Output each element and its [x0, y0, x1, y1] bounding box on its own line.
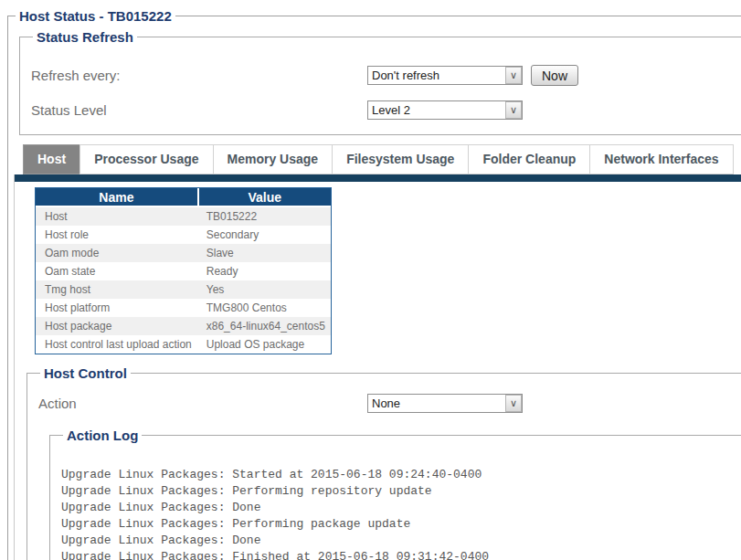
chevron-down-icon: ∨	[505, 101, 522, 119]
action-row: Action None ∨	[38, 394, 741, 413]
action-value: None	[368, 396, 400, 410]
row-value: Upload OS package	[197, 335, 331, 354]
chevron-down-icon: ∨	[505, 395, 522, 412]
table-row: Host role Secondary	[36, 226, 331, 244]
value-column-header: Value	[197, 188, 331, 207]
status-level-select[interactable]: Level 2 ∨	[367, 100, 523, 120]
log-line: Upgrade Linux Packages: Performing packa…	[61, 516, 741, 533]
tab-network-interfaces[interactable]: Network Interfaces	[589, 144, 733, 174]
row-value: Ready	[197, 262, 331, 280]
action-select[interactable]: None ∨	[367, 394, 523, 413]
action-log-legend: Action Log	[63, 428, 142, 443]
tab-memory-usage[interactable]: Memory Usage	[213, 144, 333, 174]
table-row: Host TB015222	[36, 207, 331, 226]
table-header-row: Name Value	[36, 188, 331, 207]
chevron-down-icon: ∨	[505, 67, 522, 84]
refresh-every-label: Refresh every:	[31, 68, 367, 83]
host-info-table: Name Value Host TB015222 Host role Secon…	[35, 187, 332, 354]
row-name: Host package	[36, 317, 197, 335]
action-log-output: Upgrade Linux Packages: Started at 2015-…	[61, 467, 741, 560]
table-row: Host control last upload action Upload O…	[36, 335, 331, 354]
row-value: Yes	[197, 280, 331, 299]
row-name: Host platform	[36, 299, 197, 317]
table-row: Host package x86_64-linux64_centos5	[36, 317, 331, 335]
refresh-interval-select[interactable]: Don't refresh ∨	[367, 66, 523, 85]
now-button[interactable]: Now	[531, 65, 578, 86]
tab-strip: Host Processor Usage Memory Usage Filesy…	[23, 144, 741, 174]
refresh-every-row: Refresh every: Don't refresh ∨ Now	[31, 65, 741, 86]
row-value: Slave	[197, 244, 331, 262]
tab-underline-bar	[15, 174, 741, 182]
log-line: Upgrade Linux Packages: Done	[61, 500, 741, 516]
tab-processor-usage[interactable]: Processor Usage	[79, 144, 213, 174]
row-name: Host role	[36, 226, 197, 244]
tab-filesystem-usage[interactable]: Filesystem Usage	[332, 144, 469, 174]
row-name: Host	[36, 207, 197, 226]
tab-host[interactable]: Host	[23, 144, 80, 174]
row-value: Secondary	[197, 226, 331, 244]
action-label: Action	[38, 396, 367, 411]
action-log-fieldset: Action Log Upgrade Linux Packages: Start…	[49, 428, 741, 560]
refresh-interval-value: Don't refresh	[368, 69, 439, 82]
status-level-row: Status Level Level 2 ∨	[31, 100, 741, 120]
row-value: TB015222	[197, 207, 331, 226]
log-line: Upgrade Linux Packages: Performing repos…	[61, 483, 741, 500]
status-level-label: Status Level	[31, 102, 367, 118]
status-refresh-fieldset: Status Refresh Refresh every: Don't refr…	[19, 29, 741, 135]
host-tab-panel: Name Value Host TB015222 Host role Secon…	[14, 174, 741, 560]
tab-folder-cleanup[interactable]: Folder Cleanup	[468, 144, 590, 174]
row-name: Host control last upload action	[36, 335, 197, 354]
status-level-value: Level 2	[368, 103, 410, 117]
host-control-legend: Host Control	[40, 365, 131, 381]
row-value: TMG800 Centos	[197, 299, 331, 317]
table-row: Tmg host Yes	[36, 280, 331, 299]
name-column-header: Name	[36, 188, 197, 207]
host-status-fieldset: Host Status - TB015222 Status Refresh Re…	[7, 8, 741, 560]
row-value: x86_64-linux64_centos5	[197, 317, 331, 335]
row-name: Oam mode	[36, 244, 197, 262]
table-row: Oam mode Slave	[36, 244, 331, 262]
host-control-fieldset: Host Control Action None ∨ Action Log Up…	[26, 365, 741, 560]
row-name: Oam state	[36, 262, 197, 280]
log-line: Upgrade Linux Packages: Started at 2015-…	[61, 467, 741, 483]
table-row: Host platform TMG800 Centos	[36, 299, 331, 317]
log-line: Upgrade Linux Packages: Done	[61, 533, 741, 549]
table-row: Oam state Ready	[36, 262, 331, 280]
log-line: Upgrade Linux Packages: Finished at 2015…	[61, 549, 741, 560]
status-refresh-legend: Status Refresh	[33, 29, 137, 45]
page-title: Host Status - TB015222	[16, 8, 175, 24]
row-name: Tmg host	[36, 280, 197, 299]
